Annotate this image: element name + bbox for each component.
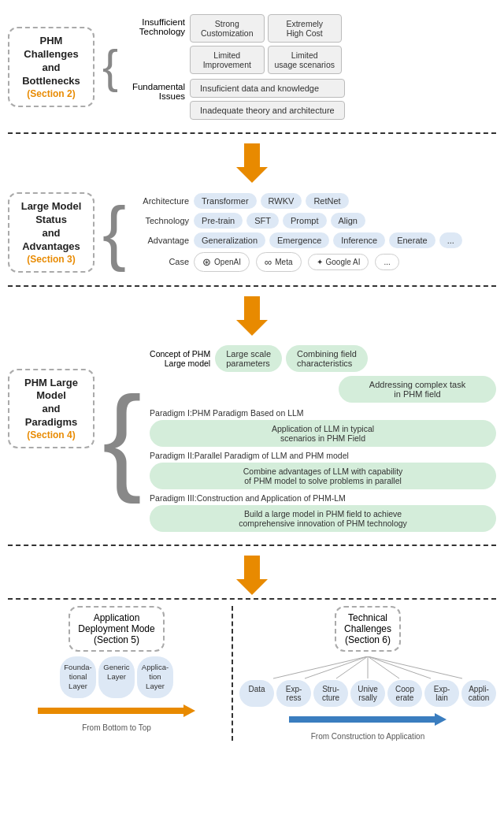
concept-desc: Addressing complex taskin PHM field — [339, 376, 496, 403]
svg-marker-2 — [236, 556, 268, 595]
section1-content: InsufficientTechnology StrongCustomizati… — [126, 14, 496, 120]
section5-title: ApplicationDeployment Mode — [78, 612, 154, 634]
fanout-lines-svg — [258, 656, 478, 680]
tech-align: Align — [331, 213, 365, 229]
arch-items: Transformer RWKV RetNet — [194, 193, 349, 209]
svg-line-10 — [368, 656, 462, 678]
fund-items: Insuficient data and knowledge Inadequat… — [190, 79, 345, 120]
adv-inference: Inference — [333, 232, 385, 248]
item-universally: Universally — [350, 680, 385, 707]
section2-brace: { — [102, 197, 126, 268]
logo-dots: ... — [375, 254, 398, 270]
section5-panel: ApplicationDeployment Mode (Section 5) F… — [8, 606, 233, 741]
section5-layers: Founda-tionalLayer GenericLayer Applica-… — [8, 656, 225, 698]
section2-row: Large Model Statusand Advantages (Sectio… — [8, 186, 496, 279]
divider-1 — [8, 132, 496, 134]
bottom-row: ApplicationDeployment Mode (Section 5) F… — [8, 598, 496, 741]
item-explain: Exp-lain — [424, 680, 459, 707]
item-cooperate: Cooperate — [387, 680, 422, 707]
section5-label-box: ApplicationDeployment Mode (Section 5) — [69, 606, 164, 652]
section6-items: Data Exp-ress Stru-cture Universally Coo… — [239, 680, 496, 707]
tech-label: Technology — [134, 216, 189, 225]
paradigm2-desc: Combine advantages of LLM with capabilit… — [150, 463, 496, 489]
section2-title: Large Model Statusand Advantages — [17, 200, 85, 254]
section3-label-box: PHM Large Modeland Paradigms (Section 4) — [8, 369, 94, 449]
meta-label: Meta — [275, 258, 292, 266]
svg-marker-3 — [38, 704, 195, 717]
paradigm3-desc: Build a large model in PHM field to achi… — [150, 505, 496, 532]
svg-marker-0 — [236, 143, 268, 183]
insuf-tech-row: InsufficientTechnology StrongCustomizati… — [126, 14, 496, 74]
adv-generalization: Generalization — [194, 232, 265, 248]
orange-arrow-container — [8, 703, 225, 719]
paradigm2-title: Paradigm II:Parallel Paradigm of LLM and… — [150, 451, 496, 460]
logo-google: ✦ Google AI — [308, 254, 369, 270]
section3-title: PHM Large Modeland Paradigms — [17, 377, 85, 430]
svg-line-4 — [273, 656, 368, 678]
paradigm1-desc: Application of LLM in typicalscenarios i… — [150, 420, 496, 447]
tech-item-1: StrongCustomization — [190, 14, 264, 43]
arrow-3 — [8, 556, 496, 595]
adv-dots: ... — [439, 232, 462, 248]
section1-row: PHM Challengesand Bottlenecks (Section 2… — [8, 8, 496, 126]
item-application: Appli-cation — [461, 680, 496, 707]
paradigm1: Paradigm I:PHM Paradigm Based on LLM App… — [150, 408, 496, 447]
tech-pretrain: Pre-train — [194, 213, 243, 229]
tech-item-2: ExtremelyHigh Cost — [268, 14, 342, 43]
google-label: Google AI — [326, 258, 361, 266]
section1-brace: { — [102, 43, 118, 91]
arch-label: Architecture — [134, 196, 189, 206]
svg-marker-11 — [289, 713, 447, 726]
section2-content: Architecture Transformer RWKV RetNet Tec… — [134, 193, 496, 272]
paradigm1-title: Paradigm I:PHM Paradigm Based on LLM — [150, 408, 496, 418]
item-data: Data — [239, 680, 274, 707]
section5-ref: (Section 5) — [78, 634, 154, 645]
paradigm3-title: Paradigm III:Construction and Applicatio… — [150, 493, 496, 503]
svg-line-9 — [368, 656, 431, 678]
tech-row: Technology Pre-train SFT Prompt Align — [134, 213, 496, 229]
section3-ref: (Section 4) — [17, 429, 85, 440]
tech-sft: SFT — [246, 213, 279, 229]
divider-3 — [8, 545, 496, 546]
adv-items: Generalization Emergence Inference Enera… — [194, 232, 462, 248]
insuf-tech-items: StrongCustomization ExtremelyHigh Cost L… — [190, 14, 342, 74]
arch-transformer: Transformer — [194, 193, 257, 209]
case-label: Case — [134, 257, 189, 266]
case-row: Case ⊛ OpenAI ∞ Meta ✦ Google AI — [134, 252, 496, 272]
section2-ref: (Section 3) — [17, 254, 85, 265]
section3-brace: { — [102, 379, 142, 497]
section5-from-label: From Bottom to Top — [8, 723, 225, 732]
concept-tag-2: Combining fieldcharacteristics — [286, 345, 368, 372]
section2-label-box: Large Model Statusand Advantages (Sectio… — [8, 192, 94, 273]
section6-from-label: From Construction to Application — [239, 732, 496, 741]
concept-tags: Large scaleparameters Combining fieldcha… — [215, 345, 368, 372]
layer-foundational: Founda-tionalLayer — [60, 656, 96, 698]
tech-item-4: Limitedusage scenarios — [268, 46, 342, 74]
meta-icon: ∞ — [265, 256, 272, 268]
arch-row: Architecture Transformer RWKV RetNet — [134, 193, 496, 209]
logo-openai: ⊛ OpenAI — [194, 252, 250, 272]
divider-2 — [8, 285, 496, 287]
paradigm3: Paradigm III:Construction and Applicatio… — [150, 493, 496, 532]
item-structure: Stru-cture — [313, 680, 348, 707]
openai-icon: ⊛ — [202, 256, 211, 268]
orange-arrow-svg — [11, 704, 222, 717]
arch-rwkv: RWKV — [261, 193, 302, 209]
adv-emergence: Emergence — [269, 232, 329, 248]
adv-enerate: Enerate — [389, 232, 435, 248]
blue-arrow-container — [239, 712, 496, 727]
fund-item-2: Inadequate theory and architecture — [190, 101, 345, 120]
section3-content: Concept of PHMLarge model Large scalepar… — [150, 345, 496, 532]
google-icon: ✦ — [317, 258, 323, 266]
concept-tag-1: Large scaleparameters — [215, 345, 282, 372]
section6-label-box: TechnicalChallenges (Section 6) — [335, 606, 401, 652]
arrow-1 — [8, 143, 496, 183]
section1-ref: (Section 2) — [17, 88, 85, 99]
svg-line-5 — [305, 656, 368, 678]
layer-generic: GenericLayer — [98, 656, 135, 698]
concept-label: Concept of PHMLarge model — [150, 349, 210, 368]
item-express: Exp-ress — [276, 680, 311, 707]
logo-meta: ∞ Meta — [256, 252, 302, 272]
section6-title: TechnicalChallenges — [344, 612, 391, 634]
tech-prompt: Prompt — [283, 213, 326, 229]
